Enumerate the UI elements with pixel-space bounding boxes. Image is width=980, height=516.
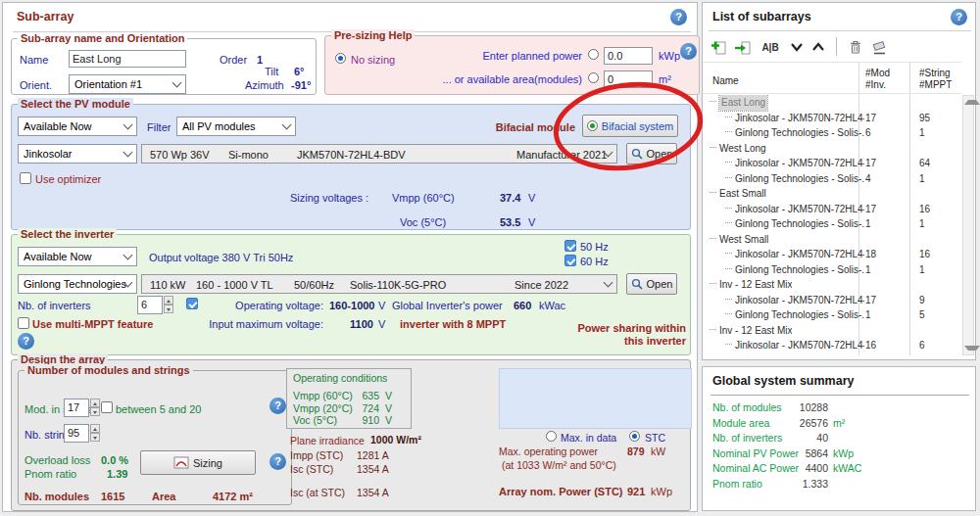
list-item[interactable]: Jinkosolar - JKM570N-72HL4-...1795 xyxy=(703,111,961,126)
subarray-name[interactable]: East Long xyxy=(719,95,767,111)
nb-inverters-auto-checkbox[interactable] xyxy=(186,298,198,309)
list-item[interactable]: Jinkosolar - JKM570N-72HL4-...1764 xyxy=(703,156,961,171)
no-sizing-radio[interactable] xyxy=(335,53,346,64)
spin-up-icon[interactable] xyxy=(90,424,100,433)
chevron-down-icon xyxy=(123,120,133,130)
nb-strings-stepper[interactable]: 95 xyxy=(64,424,100,443)
delete-subarray-button[interactable] xyxy=(846,37,865,57)
multi-mppt-checkbox[interactable] xyxy=(18,317,29,329)
subarray-name[interactable]: Ginlong Technologies - Solis-... xyxy=(735,171,864,187)
subarray-name[interactable]: East Small xyxy=(719,186,766,202)
list-item[interactable]: Ginlong Technologies - Solis-...11 xyxy=(703,262,961,278)
subarray-name[interactable]: Ginlong Technologies - Solis-... xyxy=(735,307,864,323)
list-item[interactable]: Jinkosolar - JKM570N-72HL4-...166 xyxy=(703,338,961,353)
help-icon[interactable]: ? xyxy=(680,43,697,60)
use-optimizer-checkbox[interactable] xyxy=(20,172,31,184)
subarray-name[interactable]: Jinkosolar - JKM570N-72HL4-... xyxy=(735,111,864,126)
list-item[interactable]: Inv - 12 East Mix xyxy=(703,277,961,293)
help-icon[interactable]: ? xyxy=(270,398,286,414)
inverter-manufacturer-select[interactable]: Ginlong Technologies xyxy=(18,274,137,294)
open-inverter-button[interactable]: Open xyxy=(626,273,677,295)
mod-series-stepper[interactable]: 17 xyxy=(64,399,100,417)
max-in-data-radio[interactable] xyxy=(546,431,557,442)
nb-inverters-stepper[interactable]: 6 xyxy=(137,296,173,314)
subarray-name[interactable]: Jinkosolar - JKM570N-72HL4-... xyxy=(735,293,864,308)
subarray-name[interactable]: Ginlong Technologies - Solis-... xyxy=(735,353,864,356)
subarray-name[interactable]: Ginlong Technologies - Solis-... xyxy=(735,216,864,232)
help-icon[interactable]: ? xyxy=(270,453,286,470)
planned-power-radio[interactable] xyxy=(588,49,599,60)
move-down-button[interactable] xyxy=(787,37,807,57)
spin-up-icon[interactable] xyxy=(90,399,100,407)
help-icon[interactable]: ? xyxy=(18,333,34,350)
spin-down-icon[interactable] xyxy=(164,305,173,313)
duplicate-subarray-button[interactable] xyxy=(732,37,752,57)
list-scrollbar[interactable] xyxy=(962,95,974,355)
list-item[interactable]: Jinkosolar - JKM570N-72HL4-...1816 xyxy=(703,247,961,262)
list-item[interactable]: Ginlong Technologies - Solis-...15 xyxy=(703,307,961,323)
input-max-voltage-unit: V xyxy=(378,318,385,330)
nb-inverters-value: 6 xyxy=(137,296,163,314)
stc-radio[interactable] xyxy=(629,431,640,442)
tree-connector xyxy=(710,101,716,105)
subarray-name[interactable]: Ginlong Technologies - Solis-... xyxy=(735,125,864,141)
list-item[interactable]: Inv - 12 East Mix xyxy=(703,323,961,339)
scroll-up-icon[interactable] xyxy=(964,100,980,105)
scroll-down-icon[interactable] xyxy=(964,346,980,351)
list-item[interactable]: Ginlong Technologies - Solis-...61 xyxy=(703,125,961,141)
summary-unit: kWAC xyxy=(833,461,861,477)
subarray-name[interactable]: Jinkosolar - JKM570N-72HL4-... xyxy=(735,202,864,217)
list-item[interactable]: Jinkosolar - JKM570N-72HL4-...1716 xyxy=(703,202,961,217)
inverter-model-combo[interactable]: 110 kW 160 - 1000 V TL 50/60Hz Solis-110… xyxy=(141,274,617,294)
spin-down-icon[interactable] xyxy=(90,433,100,442)
orientation-select[interactable]: Orientation #1 xyxy=(69,74,186,94)
open-module-button[interactable]: Open xyxy=(626,143,677,164)
list-item[interactable]: West Long xyxy=(703,141,961,157)
subarray-name[interactable]: Inv - 12 East Mix xyxy=(719,323,792,339)
current-label: Isc (STC) xyxy=(290,462,333,476)
spin-down-icon[interactable] xyxy=(90,407,100,416)
module-technology: Si-mono xyxy=(228,146,269,164)
freq-50hz-checkbox[interactable] xyxy=(564,240,576,252)
module-model-combo[interactable]: 570 Wp 36V Si-mono JKM570N-72HL4-BDV Man… xyxy=(141,144,617,164)
subarray-name-input[interactable] xyxy=(69,50,186,68)
title-divider xyxy=(710,395,969,396)
subarray-name[interactable]: Jinkosolar - JKM570N-72HL4-... xyxy=(735,156,864,171)
add-subarray-button[interactable] xyxy=(709,37,728,57)
subarray-name[interactable]: Jinkosolar - JKM570N-72HL4-... xyxy=(735,338,864,353)
subarray-name[interactable]: West Long xyxy=(719,141,766,157)
subarray-name[interactable]: West Small xyxy=(719,232,768,248)
subarray-name[interactable]: Ginlong Technologies - Solis-... xyxy=(735,262,864,278)
rename-subarray-button[interactable]: A|B xyxy=(758,37,783,57)
between-checkbox[interactable] xyxy=(101,401,113,413)
list-item[interactable]: Ginlong Technologies - Solis-...41 xyxy=(703,171,961,187)
list-item[interactable]: Jinkosolar - JKM570N-72HL4-...179 xyxy=(703,293,961,308)
global-power-unit: kWac xyxy=(539,300,565,311)
module-filter-select[interactable]: All PV modules xyxy=(176,117,296,136)
list-item[interactable]: Ginlong Technologies - Solis-... xyxy=(703,353,961,356)
area-input[interactable] xyxy=(604,70,653,88)
list-item[interactable]: Ginlong Technologies - Solis-...11 xyxy=(703,216,961,232)
module-availability-select[interactable]: Available Now xyxy=(18,117,137,136)
subarray-name[interactable]: Inv - 12 East Mix xyxy=(719,277,792,293)
sizing-button[interactable]: Sizing xyxy=(140,450,256,475)
design-array-group: Design the array Number of modules and s… xyxy=(11,359,691,511)
module-manufacturer-select[interactable]: Jinkosolar xyxy=(18,144,137,164)
bifacial-module-label: Bifacial module xyxy=(448,121,575,133)
move-up-button[interactable] xyxy=(808,37,828,57)
clear-all-button[interactable] xyxy=(869,37,889,57)
list-item[interactable]: East Small xyxy=(703,186,961,202)
help-icon[interactable]: ? xyxy=(951,9,967,25)
help-icon[interactable]: ? xyxy=(670,9,687,25)
mod-inv-count: 1 xyxy=(865,307,871,323)
subarray-name[interactable]: Jinkosolar - JKM570N-72HL4-... xyxy=(735,247,864,262)
planned-power-input[interactable] xyxy=(604,47,653,65)
module-model: JKM570N-72HL4-BDV xyxy=(297,146,406,164)
area-radio[interactable] xyxy=(588,72,599,83)
list-item[interactable]: West Small xyxy=(703,232,961,248)
list-item[interactable]: East Long xyxy=(703,95,961,111)
spin-up-icon[interactable] xyxy=(164,296,173,305)
inverter-availability-select[interactable]: Available Now xyxy=(18,247,137,266)
freq-60hz-checkbox[interactable] xyxy=(564,255,576,266)
bifacial-system-button[interactable]: Bifacial system xyxy=(582,115,678,137)
